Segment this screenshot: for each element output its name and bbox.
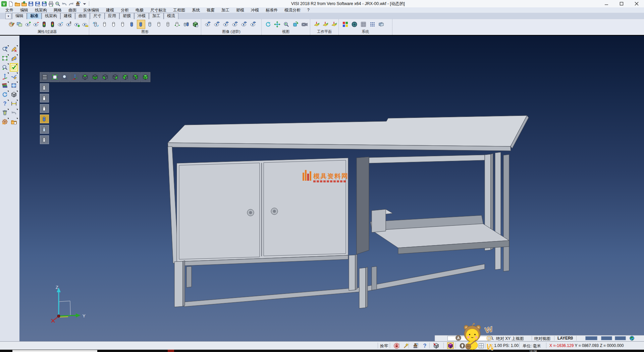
render-mesh-cyl-icon[interactable]	[40, 135, 49, 144]
menu-2[interactable]: 线架构	[32, 7, 50, 13]
eye-remove-icon[interactable]	[32, 20, 40, 29]
solid-cube-icon[interactable]	[10, 90, 18, 99]
tab-塑膜[interactable]: 塑膜	[119, 13, 134, 19]
tab-overflow-button[interactable]: ▼	[5, 13, 11, 19]
eye-hide-minus-icon[interactable]	[82, 20, 89, 29]
system-settings-icon[interactable]	[359, 20, 368, 29]
cyl-outline-4-icon[interactable]	[155, 20, 163, 29]
eye-add-icon[interactable]	[24, 20, 32, 29]
menu-4[interactable]: 曲面	[65, 7, 80, 13]
import-file-icon[interactable]	[10, 118, 18, 126]
render-transparent-cyl-icon[interactable]	[40, 125, 49, 134]
redo-icon[interactable]	[68, 1, 74, 7]
menu-3[interactable]: 网格	[50, 7, 65, 13]
cyl-blue-selected-icon[interactable]	[137, 20, 145, 29]
menu-9[interactable]: 尺寸标注	[147, 7, 170, 13]
cyl-regen-icon[interactable]	[92, 20, 100, 29]
view-camera-icon[interactable]	[300, 20, 309, 29]
save-all-icon[interactable]	[41, 1, 47, 7]
globe-icon[interactable]	[629, 336, 635, 341]
tab-线架构[interactable]: 线架构	[42, 13, 60, 19]
stamp-icon[interactable]	[75, 1, 81, 7]
close-button[interactable]	[629, 0, 644, 7]
menu-14[interactable]: 塑模	[233, 7, 248, 13]
tab-标准[interactable]: 标准	[27, 13, 42, 19]
new-doc-icon[interactable]	[8, 1, 14, 7]
adv-eye-shade-icon[interactable]	[222, 20, 230, 29]
question-icon[interactable]: ?	[421, 342, 428, 349]
tab-冲模[interactable]: 冲模	[134, 13, 149, 19]
zoom-dynamic-icon[interactable]	[1, 63, 9, 72]
cube-bottom-icon[interactable]	[90, 72, 100, 82]
tab-加工[interactable]: 加工	[149, 13, 164, 19]
zoom-parts-icon[interactable]	[1, 45, 9, 53]
snap-lock-label[interactable]: 拴牢	[380, 343, 388, 349]
menu-18[interactable]: ?	[304, 8, 313, 12]
tab-编辑[interactable]: 编辑	[12, 13, 27, 19]
stamp-icon[interactable]	[412, 342, 419, 349]
menu-16[interactable]: 标准件	[262, 7, 281, 13]
menu-12[interactable]: 视窗	[203, 7, 218, 13]
tab-应用[interactable]: 应用	[105, 13, 119, 19]
system-screen-icon[interactable]	[377, 20, 386, 29]
menu-1[interactable]: 编辑	[17, 7, 32, 13]
confirm-check-icon[interactable]	[10, 63, 18, 72]
menu-11[interactable]: 系统	[189, 7, 203, 13]
cyl-outline-1-icon[interactable]	[101, 20, 109, 29]
cube-back-icon[interactable]	[130, 72, 140, 82]
taskbar-window-preview[interactable]	[12, 350, 97, 352]
view-zoom-icon[interactable]	[282, 20, 290, 29]
adv-pencil-cyl-icon[interactable]	[240, 20, 248, 29]
ucs-axis-icon[interactable]	[70, 72, 80, 82]
system-colors-icon[interactable]	[341, 20, 350, 29]
cyl-outline-2-icon[interactable]	[110, 20, 118, 29]
menu-5[interactable]: 实体编辑	[80, 7, 103, 13]
traffic-filter-2-icon[interactable]	[49, 20, 56, 29]
move-origin-icon[interactable]	[1, 72, 9, 81]
dropdown-icon[interactable]	[82, 1, 88, 7]
absolute-xy-view-label[interactable]: 绝对 XY 上视图	[496, 336, 524, 342]
cube-top-icon[interactable]	[80, 72, 90, 82]
wand-icon[interactable]	[402, 342, 409, 349]
cyl-mesh-icon[interactable]	[164, 20, 172, 29]
layer-books-icon[interactable]	[1, 81, 9, 90]
system-matrix-icon[interactable]	[368, 20, 377, 29]
zoom-extents-icon[interactable]	[50, 72, 60, 82]
shade-cube-icon[interactable]	[191, 20, 200, 29]
zoom-window-icon[interactable]	[1, 54, 9, 62]
cyl-blue-1-icon[interactable]	[128, 20, 136, 29]
menu-6[interactable]: 建模	[103, 7, 117, 13]
help-question-icon[interactable]: ?	[1, 99, 9, 108]
spline-pencil-icon[interactable]	[10, 54, 18, 62]
menu-8[interactable]: 电极	[132, 7, 147, 13]
workplane-set-icon[interactable]	[321, 20, 329, 29]
image-gallery-icon[interactable]	[16, 20, 23, 29]
undo-icon[interactable]	[61, 1, 67, 7]
menu-17[interactable]: 模流分析	[281, 7, 304, 13]
render-hidden-cyl-icon[interactable]	[40, 94, 49, 102]
wave-pencil-icon[interactable]	[10, 72, 18, 81]
snap-point-icon[interactable]	[433, 342, 439, 349]
cyl-light-icon[interactable]	[146, 20, 154, 29]
view-pan-icon[interactable]	[273, 20, 281, 29]
workplane-axis-icon[interactable]	[313, 20, 321, 29]
view-rotate-icon[interactable]	[291, 20, 300, 29]
lock-red-icon[interactable]	[393, 342, 400, 349]
import-folder-icon[interactable]	[21, 1, 27, 7]
layer-indicator[interactable]: LAYER0	[557, 336, 573, 341]
cyl-outline-3-icon[interactable]	[119, 20, 127, 29]
measure-distance-icon[interactable]	[10, 99, 18, 108]
cyl-pair-icon[interactable]	[182, 20, 191, 29]
absolute-view-label[interactable]: 绝对视图	[534, 336, 550, 342]
viewport-3d[interactable]: 模具资料网 Z Y	[19, 36, 644, 341]
preview-icon[interactable]	[55, 1, 61, 7]
save-as-icon[interactable]	[35, 1, 41, 7]
cube-shaded-iso-icon[interactable]	[141, 72, 150, 82]
erase-pencil-icon[interactable]	[10, 45, 18, 53]
cyl-arrows-icon[interactable]	[173, 20, 181, 29]
save-icon[interactable]	[28, 1, 34, 7]
system-globe-icon[interactable]	[350, 20, 359, 29]
adv-eye-cube-icon[interactable]	[204, 20, 212, 29]
eye-show-plus-icon[interactable]	[73, 20, 80, 29]
cube-right-icon[interactable]	[110, 72, 120, 82]
